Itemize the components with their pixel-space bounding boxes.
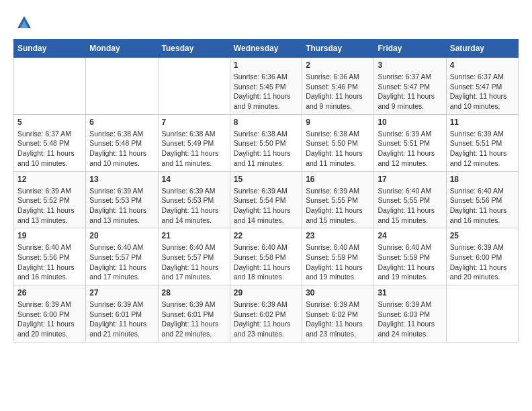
- calendar-cell: 9Sunrise: 6:38 AMSunset: 5:50 PMDaylight…: [302, 114, 374, 171]
- day-info: Sunrise: 6:39 AMSunset: 6:00 PMDaylight:…: [450, 242, 515, 282]
- day-number: 29: [234, 288, 298, 298]
- day-info: Sunrise: 6:40 AMSunset: 5:57 PMDaylight:…: [89, 242, 154, 282]
- calendar-week-row: 5Sunrise: 6:37 AMSunset: 5:48 PMDaylight…: [14, 114, 519, 171]
- day-number: 30: [306, 288, 370, 298]
- day-number: 12: [17, 175, 82, 184]
- day-info: Sunrise: 6:39 AMSunset: 6:03 PMDaylight:…: [378, 300, 442, 339]
- day-number: 15: [234, 175, 298, 184]
- calendar-cell: [86, 58, 158, 115]
- day-number: 16: [306, 175, 370, 184]
- day-info: Sunrise: 6:37 AMSunset: 5:48 PMDaylight:…: [17, 129, 82, 169]
- calendar-cell: 1Sunrise: 6:36 AMSunset: 5:45 PMDaylight…: [230, 58, 302, 115]
- day-info: Sunrise: 6:38 AMSunset: 5:50 PMDaylight:…: [234, 129, 298, 169]
- day-info: Sunrise: 6:40 AMSunset: 5:57 PMDaylight:…: [162, 242, 226, 282]
- logo-icon: [15, 13, 34, 32]
- day-info: Sunrise: 6:39 AMSunset: 5:54 PMDaylight:…: [234, 186, 298, 226]
- day-info: Sunrise: 6:40 AMSunset: 5:55 PMDaylight:…: [378, 186, 442, 226]
- calendar-body: 1Sunrise: 6:36 AMSunset: 5:45 PMDaylight…: [14, 58, 519, 342]
- day-info: Sunrise: 6:39 AMSunset: 5:55 PMDaylight:…: [306, 186, 370, 226]
- calendar-cell: 14Sunrise: 6:39 AMSunset: 5:53 PMDayligh…: [158, 171, 230, 228]
- day-number: 20: [89, 231, 154, 240]
- weekday-header-cell: Wednesday: [230, 40, 302, 58]
- calendar-cell: 17Sunrise: 6:40 AMSunset: 5:55 PMDayligh…: [374, 171, 446, 228]
- day-number: 2: [306, 60, 370, 70]
- day-info: Sunrise: 6:36 AMSunset: 5:45 PMDaylight:…: [234, 72, 298, 111]
- day-number: 7: [162, 118, 226, 127]
- calendar-cell: 27Sunrise: 6:39 AMSunset: 6:01 PMDayligh…: [86, 285, 158, 342]
- day-info: Sunrise: 6:39 AMSunset: 5:53 PMDaylight:…: [89, 186, 154, 226]
- calendar-cell: 25Sunrise: 6:39 AMSunset: 6:00 PMDayligh…: [446, 228, 518, 285]
- calendar-cell: 28Sunrise: 6:39 AMSunset: 6:01 PMDayligh…: [158, 285, 230, 342]
- weekday-header-cell: Sunday: [14, 40, 86, 58]
- day-number: 8: [234, 118, 298, 127]
- day-info: Sunrise: 6:39 AMSunset: 6:00 PMDaylight:…: [17, 300, 82, 339]
- day-number: 1: [234, 60, 298, 70]
- calendar-week-row: 19Sunrise: 6:40 AMSunset: 5:56 PMDayligh…: [14, 228, 519, 285]
- calendar-table: SundayMondayTuesdayWednesdayThursdayFrid…: [13, 39, 519, 342]
- day-number: 11: [450, 118, 515, 127]
- calendar-cell: [14, 58, 86, 115]
- weekday-header-cell: Saturday: [446, 40, 518, 58]
- day-info: Sunrise: 6:40 AMSunset: 5:59 PMDaylight:…: [378, 242, 442, 282]
- calendar-cell: 30Sunrise: 6:39 AMSunset: 6:02 PMDayligh…: [302, 285, 374, 342]
- day-info: Sunrise: 6:39 AMSunset: 6:02 PMDaylight:…: [306, 300, 370, 339]
- day-info: Sunrise: 6:37 AMSunset: 5:47 PMDaylight:…: [450, 72, 515, 111]
- day-info: Sunrise: 6:40 AMSunset: 5:56 PMDaylight:…: [17, 242, 82, 282]
- calendar-week-row: 26Sunrise: 6:39 AMSunset: 6:00 PMDayligh…: [14, 285, 519, 342]
- calendar-week-row: 12Sunrise: 6:39 AMSunset: 5:52 PMDayligh…: [14, 171, 519, 228]
- day-number: 18: [450, 175, 515, 184]
- calendar-cell: [158, 58, 230, 115]
- day-number: 21: [162, 231, 226, 240]
- day-number: 22: [234, 231, 298, 240]
- day-number: 24: [378, 231, 442, 240]
- calendar-cell: 23Sunrise: 6:40 AMSunset: 5:59 PMDayligh…: [302, 228, 374, 285]
- calendar-cell: 21Sunrise: 6:40 AMSunset: 5:57 PMDayligh…: [158, 228, 230, 285]
- day-number: 13: [89, 175, 154, 184]
- calendar-cell: 3Sunrise: 6:37 AMSunset: 5:47 PMDaylight…: [374, 58, 446, 115]
- day-number: 9: [306, 118, 370, 127]
- weekday-header-cell: Tuesday: [158, 40, 230, 58]
- calendar-cell: 26Sunrise: 6:39 AMSunset: 6:00 PMDayligh…: [14, 285, 86, 342]
- weekday-header-row: SundayMondayTuesdayWednesdayThursdayFrid…: [14, 40, 519, 58]
- calendar-cell: 7Sunrise: 6:38 AMSunset: 5:49 PMDaylight…: [158, 114, 230, 171]
- day-info: Sunrise: 6:39 AMSunset: 6:01 PMDaylight:…: [89, 300, 154, 339]
- day-number: 4: [450, 60, 515, 70]
- weekday-header-cell: Thursday: [302, 40, 374, 58]
- logo: [13, 13, 35, 32]
- calendar-cell: 15Sunrise: 6:39 AMSunset: 5:54 PMDayligh…: [230, 171, 302, 228]
- calendar-cell: 5Sunrise: 6:37 AMSunset: 5:48 PMDaylight…: [14, 114, 86, 171]
- day-info: Sunrise: 6:40 AMSunset: 5:59 PMDaylight:…: [306, 242, 370, 282]
- weekday-header-cell: Friday: [374, 40, 446, 58]
- day-number: 25: [450, 231, 515, 240]
- calendar-cell: 8Sunrise: 6:38 AMSunset: 5:50 PMDaylight…: [230, 114, 302, 171]
- day-number: 31: [378, 288, 442, 298]
- calendar-cell: 31Sunrise: 6:39 AMSunset: 6:03 PMDayligh…: [374, 285, 446, 342]
- day-number: 23: [306, 231, 370, 240]
- calendar-cell: 20Sunrise: 6:40 AMSunset: 5:57 PMDayligh…: [86, 228, 158, 285]
- calendar-cell: 29Sunrise: 6:39 AMSunset: 6:02 PMDayligh…: [230, 285, 302, 342]
- day-number: 10: [378, 118, 442, 127]
- calendar-cell: 10Sunrise: 6:39 AMSunset: 5:51 PMDayligh…: [374, 114, 446, 171]
- day-info: Sunrise: 6:39 AMSunset: 5:51 PMDaylight:…: [378, 129, 442, 169]
- day-number: 14: [162, 175, 226, 184]
- day-number: 26: [17, 288, 82, 298]
- calendar-cell: 12Sunrise: 6:39 AMSunset: 5:52 PMDayligh…: [14, 171, 86, 228]
- day-info: Sunrise: 6:40 AMSunset: 5:58 PMDaylight:…: [234, 242, 298, 282]
- day-info: Sunrise: 6:37 AMSunset: 5:47 PMDaylight:…: [378, 72, 442, 111]
- weekday-header-cell: Monday: [86, 40, 158, 58]
- day-info: Sunrise: 6:38 AMSunset: 5:48 PMDaylight:…: [89, 129, 154, 169]
- day-number: 6: [89, 118, 154, 127]
- calendar-cell: 19Sunrise: 6:40 AMSunset: 5:56 PMDayligh…: [14, 228, 86, 285]
- calendar-cell: 6Sunrise: 6:38 AMSunset: 5:48 PMDaylight…: [86, 114, 158, 171]
- day-info: Sunrise: 6:39 AMSunset: 6:01 PMDaylight:…: [162, 300, 226, 339]
- calendar-cell: 2Sunrise: 6:36 AMSunset: 5:46 PMDaylight…: [302, 58, 374, 115]
- calendar-cell: 24Sunrise: 6:40 AMSunset: 5:59 PMDayligh…: [374, 228, 446, 285]
- day-info: Sunrise: 6:36 AMSunset: 5:46 PMDaylight:…: [306, 72, 370, 111]
- day-info: Sunrise: 6:39 AMSunset: 6:02 PMDaylight:…: [234, 300, 298, 339]
- calendar-cell: 18Sunrise: 6:40 AMSunset: 5:56 PMDayligh…: [446, 171, 518, 228]
- day-number: 19: [17, 231, 82, 240]
- calendar-cell: [446, 285, 518, 342]
- day-number: 28: [162, 288, 226, 298]
- calendar-cell: 4Sunrise: 6:37 AMSunset: 5:47 PMDaylight…: [446, 58, 518, 115]
- calendar-week-row: 1Sunrise: 6:36 AMSunset: 5:45 PMDaylight…: [14, 58, 519, 115]
